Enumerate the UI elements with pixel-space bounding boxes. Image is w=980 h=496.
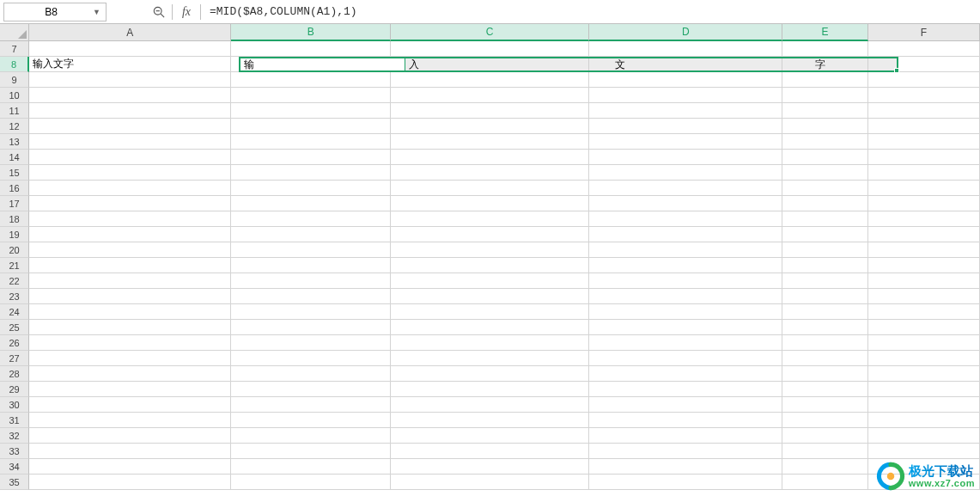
- cell-B23[interactable]: [231, 289, 390, 304]
- cell-C31[interactable]: [391, 413, 590, 428]
- cell-C14[interactable]: [391, 150, 590, 165]
- row-header-32[interactable]: 32: [0, 428, 29, 444]
- cell-F11[interactable]: [868, 103, 980, 119]
- cell-C8[interactable]: [391, 57, 590, 72]
- cell-F25[interactable]: [868, 320, 980, 335]
- cell-B11[interactable]: [231, 103, 390, 119]
- cell-B33[interactable]: [231, 444, 390, 459]
- cell-E16[interactable]: [782, 181, 868, 196]
- row-header-35[interactable]: 35: [0, 475, 29, 490]
- cells-area[interactable]: 输入文字: [29, 41, 980, 496]
- cell-B24[interactable]: [231, 304, 390, 320]
- cell-D8[interactable]: [589, 57, 782, 72]
- row-header-34[interactable]: 34: [0, 459, 29, 475]
- cell-D35[interactable]: [589, 475, 782, 490]
- col-header-F[interactable]: F: [868, 24, 980, 41]
- cell-F19[interactable]: [868, 227, 980, 242]
- cell-A32[interactable]: [29, 428, 231, 444]
- cell-C15[interactable]: [391, 165, 590, 181]
- cell-D32[interactable]: [589, 428, 782, 444]
- cell-A23[interactable]: [29, 289, 231, 304]
- cell-C10[interactable]: [391, 88, 590, 103]
- cell-B17[interactable]: [231, 196, 390, 211]
- select-all-corner[interactable]: [0, 24, 29, 41]
- cell-A16[interactable]: [29, 181, 231, 196]
- cell-C24[interactable]: [391, 304, 590, 320]
- cell-E26[interactable]: [782, 335, 868, 351]
- row-header-17[interactable]: 17: [0, 196, 29, 211]
- zoom-out-icon[interactable]: [149, 3, 168, 21]
- row-header-24[interactable]: 24: [0, 304, 29, 320]
- cell-D17[interactable]: [589, 196, 782, 211]
- cell-E20[interactable]: [782, 242, 868, 258]
- row-header-28[interactable]: 28: [0, 366, 29, 382]
- cell-A33[interactable]: [29, 444, 231, 459]
- cell-F8[interactable]: [868, 57, 980, 72]
- cell-B14[interactable]: [231, 150, 390, 165]
- cell-F32[interactable]: [868, 428, 980, 444]
- row-header-12[interactable]: 12: [0, 119, 29, 134]
- cell-F22[interactable]: [868, 273, 980, 289]
- cell-C18[interactable]: [391, 211, 590, 227]
- cell-B31[interactable]: [231, 413, 390, 428]
- cell-C22[interactable]: [391, 273, 590, 289]
- cell-A30[interactable]: [29, 397, 231, 413]
- cell-B8[interactable]: [231, 57, 390, 72]
- cell-B10[interactable]: [231, 88, 390, 103]
- cell-D33[interactable]: [589, 444, 782, 459]
- cell-C12[interactable]: [391, 119, 590, 134]
- cell-C7[interactable]: [391, 41, 590, 57]
- cell-B29[interactable]: [231, 382, 390, 397]
- cell-D23[interactable]: [589, 289, 782, 304]
- cell-E27[interactable]: [782, 351, 868, 366]
- cell-D20[interactable]: [589, 242, 782, 258]
- cell-F16[interactable]: [868, 181, 980, 196]
- row-header-16[interactable]: 16: [0, 181, 29, 196]
- cell-F29[interactable]: [868, 382, 980, 397]
- cell-D12[interactable]: [589, 119, 782, 134]
- cell-B12[interactable]: [231, 119, 390, 134]
- row-header-11[interactable]: 11: [0, 103, 29, 119]
- cell-A21[interactable]: [29, 258, 231, 273]
- cell-D19[interactable]: [589, 227, 782, 242]
- row-header-20[interactable]: 20: [0, 242, 29, 258]
- cell-E33[interactable]: [782, 444, 868, 459]
- col-header-A[interactable]: A: [29, 24, 231, 41]
- row-header-30[interactable]: 30: [0, 397, 29, 413]
- cell-F15[interactable]: [868, 165, 980, 181]
- cell-D27[interactable]: [589, 351, 782, 366]
- cell-F13[interactable]: [868, 134, 980, 150]
- cell-E13[interactable]: [782, 134, 868, 150]
- row-header-33[interactable]: 33: [0, 444, 29, 459]
- cell-A15[interactable]: [29, 165, 231, 181]
- cell-C27[interactable]: [391, 351, 590, 366]
- cell-F14[interactable]: [868, 150, 980, 165]
- cell-C35[interactable]: [391, 475, 590, 490]
- cell-F26[interactable]: [868, 335, 980, 351]
- cell-F34[interactable]: [868, 459, 980, 475]
- cell-F17[interactable]: [868, 196, 980, 211]
- cell-A28[interactable]: [29, 366, 231, 382]
- cell-C13[interactable]: [391, 134, 590, 150]
- cell-F24[interactable]: [868, 304, 980, 320]
- cell-D15[interactable]: [589, 165, 782, 181]
- cell-E31[interactable]: [782, 413, 868, 428]
- row-header-29[interactable]: 29: [0, 382, 29, 397]
- row-header-13[interactable]: 13: [0, 134, 29, 150]
- name-box[interactable]: B8 ▼: [3, 3, 107, 21]
- cell-E15[interactable]: [782, 165, 868, 181]
- row-header-8[interactable]: 8: [0, 57, 29, 72]
- cell-F12[interactable]: [868, 119, 980, 134]
- cell-A26[interactable]: [29, 335, 231, 351]
- col-header-B[interactable]: B: [231, 24, 390, 41]
- cell-C25[interactable]: [391, 320, 590, 335]
- cell-F27[interactable]: [868, 351, 980, 366]
- row-header-22[interactable]: 22: [0, 273, 29, 289]
- cell-D7[interactable]: [589, 41, 782, 57]
- row-header-18[interactable]: 18: [0, 211, 29, 227]
- cell-E10[interactable]: [782, 88, 868, 103]
- cell-C33[interactable]: [391, 444, 590, 459]
- cell-D34[interactable]: [589, 459, 782, 475]
- cell-A7[interactable]: [29, 41, 231, 57]
- cell-B30[interactable]: [231, 397, 390, 413]
